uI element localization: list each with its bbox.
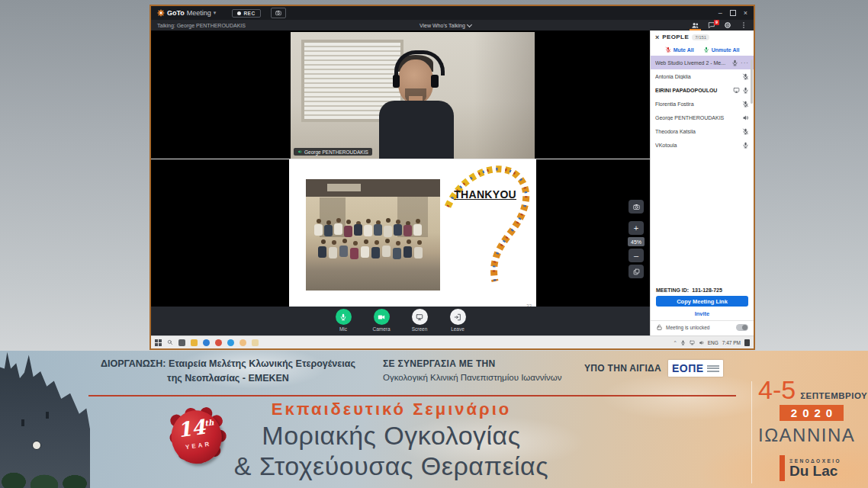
- search-icon[interactable]: [167, 339, 173, 345]
- participant-name: Antonia Digklia: [655, 74, 740, 79]
- webcam-name: George PENTHEROUDAKIS: [304, 149, 368, 155]
- zoom-out-button[interactable]: –: [628, 249, 644, 262]
- screen-share-button[interactable]: Screen: [407, 309, 432, 336]
- mic-icon[interactable]: [742, 142, 749, 149]
- screenshot-tool-button[interactable]: [628, 200, 644, 214]
- camera-button[interactable]: Camera: [368, 309, 394, 336]
- fit-to-window-button[interactable]: [628, 265, 644, 278]
- snapshot-button[interactable]: [271, 8, 286, 18]
- speaker-audio-icon[interactable]: [742, 114, 749, 121]
- people-icon: [691, 21, 699, 30]
- copy-meeting-link-button[interactable]: Copy Meeting Link: [656, 296, 748, 307]
- close-panel-icon[interactable]: ×: [655, 34, 659, 41]
- organizer-line1: Εταιρεία Μελέτης Κλωνικής Ετερογένειας: [169, 358, 355, 369]
- lock-meeting-toggle[interactable]: [736, 324, 748, 331]
- brand-dropdown-icon[interactable]: ▾: [214, 10, 217, 16]
- event-days: 4-5: [758, 377, 796, 403]
- gotomeeting-daisy-icon: [157, 9, 165, 17]
- brand-go: GoTo: [167, 9, 185, 17]
- tray-mic-icon[interactable]: [680, 340, 686, 345]
- restore-button[interactable]: [730, 10, 736, 16]
- event-year: 2020: [780, 405, 844, 421]
- monitor-icon: [416, 313, 423, 321]
- app-logo[interactable]: GoToMeeting ▾: [157, 9, 216, 17]
- windows-taskbar: ^ ENG 7:47 PM: [151, 336, 754, 348]
- tray-volume-icon[interactable]: [699, 340, 704, 345]
- people-tab[interactable]: [691, 20, 699, 30]
- task-view-icon[interactable]: [178, 339, 185, 346]
- chat-unread-badge: 9: [714, 20, 719, 25]
- participant-row[interactable]: Web Studio Livemed 2 - Me... ···: [651, 56, 754, 69]
- panel-title: PEOPLE: [662, 34, 689, 40]
- mic-icon: [339, 313, 347, 321]
- mic-muted-icon: [665, 47, 671, 53]
- partner-text: ΣΕ ΣΥΝΕΡΓΑΣΙΑ ΜΕ ΤΗΝ Ογκολογική Κλινική …: [383, 357, 583, 384]
- more-options-icon[interactable]: ···: [741, 59, 749, 66]
- screen-label: Screen: [412, 326, 428, 332]
- meeting-lock-status: Meeting is unlocked: [666, 325, 709, 330]
- camera-icon: [633, 204, 640, 210]
- participant-name: EIRINI PAPADOPOULOU: [655, 88, 731, 93]
- language-indicator[interactable]: ENG: [708, 340, 719, 345]
- headset: [394, 50, 445, 75]
- unmute-all-label: Unmute All: [712, 47, 740, 53]
- participant-row[interactable]: EIRINI PAPADOPOULOU: [651, 83, 754, 97]
- app-icon[interactable]: [252, 339, 259, 346]
- settings-button[interactable]: [724, 20, 731, 30]
- action-center-icon[interactable]: [744, 339, 750, 346]
- organizer-line2: της Νεοπλασίας - ΕΜΕΚΕΝ: [167, 373, 289, 384]
- mic-muted-icon[interactable]: [742, 73, 749, 80]
- zoom-in-button[interactable]: +: [628, 221, 644, 235]
- leave-button[interactable]: Leave: [445, 309, 471, 336]
- rec-button[interactable]: REC: [232, 9, 260, 18]
- browser-icon[interactable]: [215, 339, 222, 346]
- mute-all-button[interactable]: Mute All: [665, 47, 694, 53]
- participant-row[interactable]: VKotoula: [651, 138, 754, 152]
- organizer-text: ΔΙΟΡΓΑΝΩΣΗ: Εταιρεία Μελέτης Κλωνικής Ετ…: [90, 357, 366, 386]
- view-controls: + 45% –: [628, 200, 645, 278]
- file-explorer-icon[interactable]: [191, 339, 198, 346]
- participant-row[interactable]: Theodora Katsila: [651, 124, 754, 138]
- participant-row[interactable]: Florentia Fostira: [651, 97, 754, 111]
- unmute-all-button[interactable]: Unmute All: [703, 47, 740, 53]
- mic-muted-icon[interactable]: [742, 128, 749, 135]
- onedrive-icon[interactable]: [203, 339, 210, 346]
- mic-label: Mic: [339, 326, 347, 332]
- participant-row[interactable]: Antonia Digklia: [651, 69, 754, 83]
- scrollbar[interactable]: [751, 59, 753, 104]
- minimize-button[interactable]: –: [719, 9, 722, 17]
- app-icon[interactable]: [227, 339, 234, 346]
- participant-name: George PENTHEROUDAKIS: [655, 115, 740, 120]
- event-title-line2: & Στοχεύουσας Θεραπείας: [197, 451, 586, 480]
- brand-meeting: Meeting: [187, 9, 211, 17]
- tray-expand-icon[interactable]: ^: [674, 340, 677, 345]
- start-button[interactable]: [155, 339, 162, 346]
- clock[interactable]: 7:47 PM: [722, 340, 741, 345]
- event-title-line1: Μοριακής Ογκολογίας: [197, 421, 586, 450]
- chat-tab[interactable]: 9: [708, 20, 715, 30]
- eope-logo: ΕΟΠΕ: [668, 360, 723, 377]
- more-menu-button[interactable]: [740, 20, 747, 30]
- webcam-video: George PENTHEROUDAKIS: [291, 32, 535, 159]
- eope-logo-smalltext: [707, 364, 719, 373]
- mic-button[interactable]: Mic: [330, 309, 356, 336]
- mic-muted-icon[interactable]: [742, 101, 749, 108]
- dna-helix-graphic: [443, 159, 536, 294]
- tray-display-icon[interactable]: [690, 340, 695, 345]
- participant-row[interactable]: George PENTHEROUDAKIS: [651, 111, 754, 124]
- mute-all-label: Mute All: [674, 47, 694, 53]
- partner-label: ΣΕ ΣΥΝΕΡΓΑΣΙΑ ΜΕ ΤΗΝ: [383, 357, 583, 371]
- zoom-level: 45%: [628, 237, 645, 246]
- gotomeeting-taskbar-icon[interactable]: [240, 339, 246, 346]
- mic-icon[interactable]: [742, 87, 749, 94]
- close-button[interactable]: ×: [744, 9, 747, 17]
- view-whos-talking-dropdown[interactable]: View Who's Talking: [420, 23, 471, 28]
- event-city: ΙΩΑΝΝΙΝΑ: [758, 425, 868, 446]
- invite-link[interactable]: Invite: [656, 310, 748, 317]
- auspices-block: ΥΠΟ ΤΗΝ ΑΙΓΙΔΑ ΕΟΠΕ: [584, 360, 723, 377]
- people-panel: × PEOPLE 7/151 Mute All Unmute All Web: [650, 30, 754, 336]
- eope-logo-text: ΕΟΠΕ: [672, 362, 704, 374]
- layers-icon: [633, 268, 640, 275]
- mic-icon[interactable]: [731, 59, 738, 66]
- chevron-down-icon: [467, 21, 472, 27]
